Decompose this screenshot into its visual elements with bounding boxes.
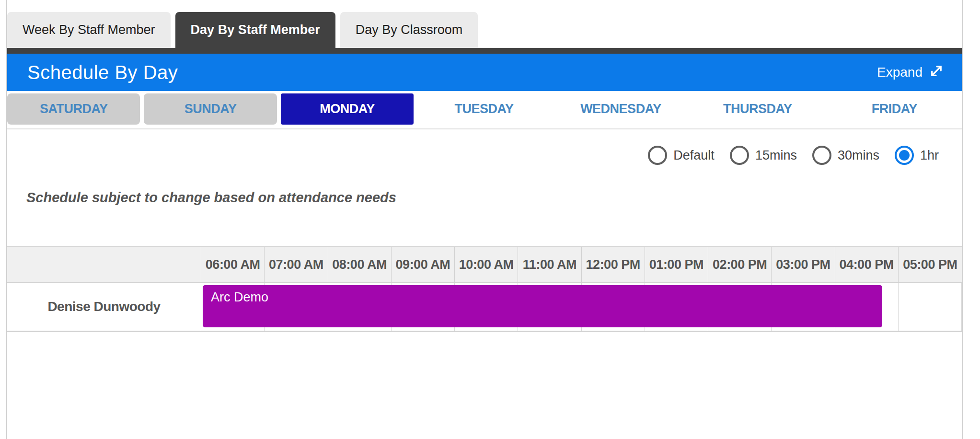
- interval-option-30mins[interactable]: 30mins: [812, 146, 879, 165]
- radio-icon-30mins[interactable]: [812, 146, 831, 165]
- time-column-header: 08:00 AM: [328, 247, 392, 282]
- time-column-header: 04:00 PM: [835, 247, 899, 282]
- interval-option-default[interactable]: Default: [648, 146, 715, 165]
- table-row: Denise DunwoodyArc Demo: [7, 283, 962, 332]
- tabs-underline-bar: [7, 48, 962, 54]
- expand-button[interactable]: Expand: [877, 64, 944, 81]
- day-tab-friday[interactable]: FRIDAY: [828, 93, 961, 125]
- time-column-header: 03:00 PM: [772, 247, 835, 282]
- schedule-note: Schedule subject to change based on atte…: [26, 190, 962, 206]
- day-tab-tuesday[interactable]: TUESDAY: [417, 93, 550, 125]
- radio-icon-15mins[interactable]: [730, 146, 749, 165]
- time-column-header: 10:00 AM: [455, 247, 518, 282]
- staff-name: Denise Dunwoody: [7, 283, 201, 331]
- time-column-header: 01:00 PM: [645, 247, 708, 282]
- radio-label: Default: [673, 148, 715, 163]
- day-tabs: SATURDAYSUNDAYMONDAYTUESDAYWEDNESDAYTHUR…: [7, 91, 962, 129]
- time-column-header: 06:00 AM: [201, 247, 265, 282]
- schedule-panel: Week By Staff MemberDay By Staff MemberD…: [6, 0, 963, 439]
- interval-radio-group: Default15mins30mins1hr: [7, 129, 962, 165]
- expand-button-label: Expand: [877, 65, 922, 80]
- day-tab-monday[interactable]: MONDAY: [281, 93, 414, 125]
- schedule-rows: Denise DunwoodyArc Demo: [7, 283, 962, 332]
- day-tab-thursday[interactable]: THURSDAY: [691, 93, 824, 125]
- radio-label: 15mins: [755, 148, 797, 163]
- view-tab-day-by-classroom[interactable]: Day By Classroom: [340, 12, 478, 48]
- view-tab-week-by-staff-member[interactable]: Week By Staff Member: [7, 12, 171, 48]
- radio-icon-default[interactable]: [648, 146, 667, 165]
- view-tab-day-by-staff-member[interactable]: Day By Staff Member: [175, 12, 335, 48]
- view-tabs: Week By Staff MemberDay By Staff MemberD…: [7, 0, 962, 48]
- expand-icon: [929, 64, 944, 81]
- radio-icon-1hr[interactable]: [895, 146, 914, 165]
- time-column-header: 02:00 PM: [708, 247, 772, 282]
- schedule-header-row: 06:00 AM07:00 AM08:00 AM09:00 AM10:00 AM…: [7, 246, 962, 283]
- day-tab-wednesday[interactable]: WEDNESDAY: [554, 93, 687, 125]
- staff-column-header: [7, 247, 201, 282]
- day-tab-saturday[interactable]: SATURDAY: [7, 93, 140, 125]
- time-column-header: 05:00 PM: [899, 247, 962, 282]
- interval-option-1hr[interactable]: 1hr: [895, 146, 939, 165]
- day-tab-sunday[interactable]: SUNDAY: [144, 93, 277, 125]
- controls-section: Default15mins30mins1hr Schedule subject …: [7, 129, 962, 246]
- radio-label: 30mins: [838, 148, 879, 163]
- time-column-header: 09:00 AM: [392, 247, 455, 282]
- interval-option-15mins[interactable]: 15mins: [730, 146, 797, 165]
- schedule-page: Week By Staff MemberDay By Staff MemberD…: [0, 0, 980, 439]
- time-column-header: 12:00 PM: [582, 247, 645, 282]
- page-title: Schedule By Day: [27, 62, 178, 83]
- time-slot-cell[interactable]: [899, 283, 962, 331]
- time-column-header: 11:00 AM: [518, 247, 581, 282]
- radio-label: 1hr: [920, 148, 939, 163]
- schedule-header: Schedule By Day Expand: [7, 54, 962, 91]
- event-bar[interactable]: Arc Demo: [203, 285, 882, 327]
- time-column-header: 07:00 AM: [265, 247, 328, 282]
